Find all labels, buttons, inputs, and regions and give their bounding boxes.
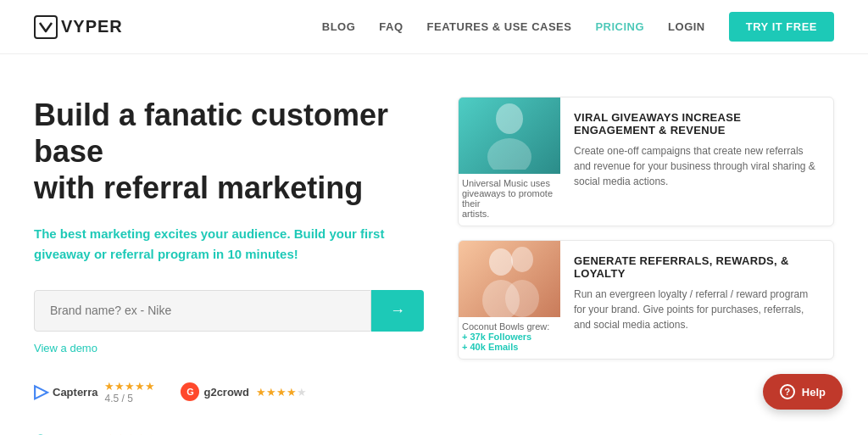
- svg-point-5: [505, 280, 539, 317]
- help-icon: ?: [780, 384, 795, 399]
- g2-name: g2crowd: [203, 386, 248, 399]
- nav-links: BLOG FAQ FEATURES & USE CASES PRICING LO…: [322, 12, 834, 42]
- g2crowd-rating: G g2crowd ★★★★★: [181, 382, 306, 401]
- view-demo-link[interactable]: View a demo: [34, 342, 424, 354]
- card1-content: VIRAL GIVEAWAYS INCREASE ENGAGEMENT & RE…: [560, 98, 833, 226]
- nav-blog[interactable]: BLOG: [322, 20, 356, 33]
- nav-faq[interactable]: FAQ: [379, 20, 403, 33]
- logo[interactable]: VYPER: [34, 15, 123, 39]
- card2-image: [459, 241, 560, 317]
- card2-image-wrap: Coconut Bowls grew: + 37k Followers + 40…: [459, 241, 560, 359]
- try-free-button[interactable]: TRY IT FREE: [729, 12, 834, 42]
- brand-input-row: →: [34, 290, 424, 332]
- nav-features[interactable]: FEATURES & USE CASES: [427, 20, 572, 33]
- help-label: Help: [802, 386, 826, 399]
- hero-subtitle: The best marketing excites your audience…: [34, 224, 424, 265]
- giveaways-card: Universal Music uses giveaways to promot…: [458, 97, 834, 226]
- nav-login[interactable]: LOGIN: [668, 20, 705, 33]
- ratings-section: ▷ Capterra ★★★★★ 4.5 / 5 G g2crowd ★★★★★: [34, 380, 424, 435]
- hero-title: Build a fanatic customer base with refer…: [34, 97, 424, 207]
- nav-pricing[interactable]: PRICING: [595, 20, 644, 33]
- crozdesk-icon: ◎: [34, 430, 47, 435]
- logo-icon: [34, 15, 58, 39]
- referrals-card: Coconut Bowls grew: + 37k Followers + 40…: [458, 240, 834, 360]
- svg-point-3: [511, 247, 533, 272]
- card1-title: VIRAL GIVEAWAYS INCREASE ENGAGEMENT & RE…: [574, 111, 820, 137]
- svg-point-1: [487, 138, 531, 170]
- card2-desc: Run an evergreen loyalty / referral / re…: [574, 287, 820, 332]
- svg-point-0: [496, 103, 523, 134]
- card1-caption: Universal Music uses giveaways to promot…: [459, 178, 560, 226]
- capterra-score: 4.5 / 5: [104, 393, 155, 404]
- card2-title: GENERATE REFERRALS, REWARDS, & LOYALTY: [574, 254, 820, 280]
- card2-caption: Coconut Bowls grew: + 37k Followers + 40…: [459, 321, 560, 359]
- main-content: Build a fanatic customer base with refer…: [0, 54, 868, 435]
- g2-stars: ★★★★★: [256, 386, 307, 399]
- svg-point-2: [489, 248, 513, 276]
- input-arrow-button[interactable]: →: [371, 290, 424, 332]
- capterra-rating: ▷ Capterra ★★★★★ 4.5 / 5: [34, 380, 155, 404]
- help-button[interactable]: ? Help: [763, 374, 843, 410]
- crozdesk-rating: ◎ crozdesk ★★★★★ 4.3: [34, 430, 175, 435]
- card1-image-wrap: Universal Music uses giveaways to promot…: [459, 98, 560, 226]
- capterra-name: Capterra: [53, 386, 97, 399]
- hero-section: Build a fanatic customer base with refer…: [34, 97, 424, 435]
- capterra-icon: ▷: [34, 381, 48, 403]
- logo-text: VYPER: [61, 17, 123, 36]
- navbar: VYPER BLOG FAQ FEATURES & USE CASES PRIC…: [0, 0, 868, 54]
- capterra-stars: ★★★★★: [104, 380, 155, 393]
- card1-image: [459, 98, 560, 174]
- card1-desc: Create one-off campaigns that create new…: [574, 143, 820, 189]
- g2-icon: G: [181, 382, 199, 401]
- card2-content: GENERATE REFERRALS, REWARDS, & LOYALTY R…: [560, 241, 833, 359]
- brand-input[interactable]: [34, 290, 371, 332]
